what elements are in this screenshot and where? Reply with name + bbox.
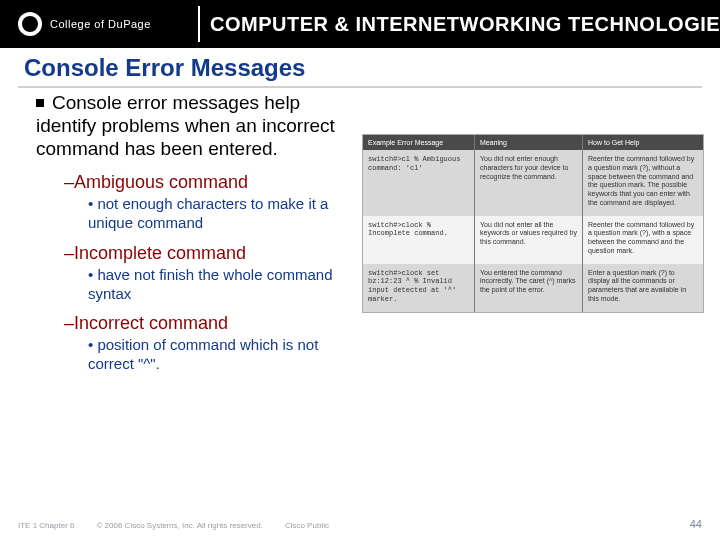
cell-help: Reenter the command followed by a questi…	[583, 216, 703, 264]
footer-chapter: ITE 1 Chapter 6	[18, 521, 74, 530]
detail-ambiguous: • not enough characters to make it a uni…	[88, 195, 346, 233]
bullet-square-icon	[36, 99, 44, 107]
table-row: switch#>clock % Incomplete command. You …	[363, 216, 703, 264]
college-name: College of DuPage	[50, 18, 151, 30]
footer-tag: Cisco Public	[285, 521, 329, 530]
th-meaning: Meaning	[475, 135, 583, 150]
cell-meaning: You entered the command incorrectly. The…	[475, 264, 583, 312]
detail-incorrect: • position of command which is not corre…	[88, 336, 346, 374]
banner-divider	[198, 6, 200, 42]
top-banner: College of DuPage COMPUTER & INTERNETWOR…	[0, 0, 720, 48]
slide-body: Console error messages help identify pro…	[36, 92, 346, 380]
main-bullet: Console error messages help identify pro…	[36, 92, 346, 160]
subheading-incomplete: –Incomplete command	[64, 243, 346, 264]
th-example: Example Error Message	[363, 135, 475, 150]
slide-footer: ITE 1 Chapter 6 © 2006 Cisco Systems, In…	[18, 521, 702, 530]
th-help: How to Get Help	[583, 135, 703, 150]
cell-code: switch#>cl % Ambiguous command: 'cl'	[363, 150, 475, 216]
college-logo-icon	[18, 12, 42, 36]
banner-title: COMPUTER & INTERNETWORKING TECHNOLOGIES	[210, 0, 720, 48]
error-table: Example Error Message Meaning How to Get…	[362, 134, 704, 313]
cell-meaning: You did not enter all the keywords or va…	[475, 216, 583, 264]
title-underline	[18, 86, 702, 88]
subheading-ambiguous: –Ambiguous command	[64, 172, 346, 193]
table-row: switch#>cl % Ambiguous command: 'cl' You…	[363, 150, 703, 216]
cell-help: Reenter the command followed by a questi…	[583, 150, 703, 216]
cell-meaning: You did not enter enough characters for …	[475, 150, 583, 216]
cell-code: switch#>clock % Incomplete command.	[363, 216, 475, 264]
main-bullet-text: Console error messages help identify pro…	[36, 92, 335, 159]
detail-incomplete: • have not finish the whole command synt…	[88, 266, 346, 304]
slide-title: Console Error Messages	[24, 54, 305, 82]
footer-copyright: © 2006 Cisco Systems, Inc. All rights re…	[96, 521, 262, 530]
table-row: switch#>clock set bz:12:23 ^ % Invalid i…	[363, 264, 703, 312]
cell-code: switch#>clock set bz:12:23 ^ % Invalid i…	[363, 264, 475, 312]
banner-logo-block: College of DuPage	[0, 0, 151, 48]
page-number: 44	[690, 518, 702, 530]
subheading-incorrect: –Incorrect command	[64, 313, 346, 334]
cell-help: Enter a question mark (?) to display all…	[583, 264, 703, 312]
table-header-row: Example Error Message Meaning How to Get…	[363, 135, 703, 150]
